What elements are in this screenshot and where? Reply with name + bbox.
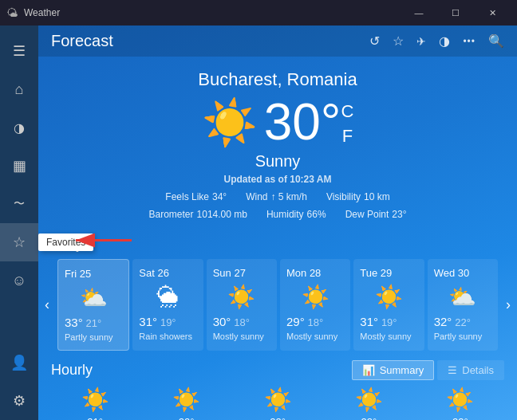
- sidebar-item-menu[interactable]: ☰: [0, 32, 38, 70]
- minimize-button[interactable]: —: [401, 0, 437, 26]
- daily-nav-left[interactable]: ‹: [38, 290, 56, 320]
- forecast-title: Forecast: [51, 32, 369, 50]
- day-temps: 31° 19°: [139, 315, 196, 328]
- hourly-temp: 23°: [416, 416, 504, 420]
- day-high: 32°: [434, 315, 452, 328]
- day-label: Wed 30: [434, 267, 491, 279]
- tab-details-button[interactable]: ☰Details: [437, 360, 504, 380]
- day-label: Sun 27: [213, 267, 270, 279]
- day-icon: ☀️: [213, 284, 270, 310]
- day-temps: 30° 18°: [213, 315, 270, 328]
- window-title: Weather: [24, 7, 401, 18]
- city-name: Bucharest, Romania: [38, 69, 517, 90]
- day-condition: Partly sunny: [65, 332, 122, 342]
- day-card[interactable]: Mon 28 ☀️ 29° 18° Mostly sunny: [280, 259, 350, 351]
- hourly-icons: ☀️ 21° ☀️ 22° ☀️ 22° ☀️ 23° ☀️ 23°: [38, 387, 517, 420]
- window-controls: — ☐ ✕: [401, 0, 511, 26]
- moon-icon[interactable]: ◑: [439, 33, 450, 49]
- day-card[interactable]: Sun 27 ☀️ 30° 18° Mostly sunny: [207, 259, 277, 351]
- wind: Wind ↑ 5 km/h: [246, 191, 307, 202]
- day-high: 31°: [360, 315, 378, 328]
- day-high: 31°: [139, 315, 157, 328]
- day-condition: Mostly sunny: [213, 332, 270, 341]
- day-low: 18°: [234, 316, 250, 328]
- feels-like-value: 34°: [212, 191, 227, 202]
- day-card[interactable]: Fri 25 ⛅ 33° 21° Partly sunny: [57, 259, 129, 351]
- sidebar-item-news[interactable]: ◑: [0, 108, 38, 147]
- sidebar-item-settings[interactable]: ⚙: [0, 382, 38, 420]
- close-button[interactable]: ✕: [474, 0, 511, 26]
- temperature-units: C F: [341, 96, 353, 149]
- titlebar: 🌤 Weather — ☐ ✕: [0, 0, 517, 26]
- humidity-label: Humidity: [266, 209, 304, 220]
- favorites-star-icon: ☆: [13, 234, 26, 251]
- hourly-weather-icon: ☀️: [416, 387, 504, 413]
- unit-fahrenheit: F: [341, 124, 353, 149]
- visibility: Visibility 10 km: [326, 191, 390, 202]
- day-high: 30°: [213, 315, 231, 328]
- home-icon: ⌂: [15, 81, 24, 98]
- weather-app: 🌤 Weather — ☐ ✕ ☰ ⌂ ◑ ▦ 〜: [0, 0, 517, 420]
- header-toolbar: Forecast ↺ ☆ ✈ ◑ ••• 🔍: [38, 26, 517, 57]
- hourly-item: ☀️ 23°: [416, 387, 504, 420]
- refresh-icon[interactable]: ↺: [369, 33, 380, 49]
- hourly-weather-icon: ☀️: [325, 387, 412, 413]
- hourly-temp: 22°: [142, 416, 230, 420]
- hourly-weather-icon: ☀️: [142, 387, 230, 413]
- hourly-weather-icon: ☀️: [51, 387, 139, 413]
- day-label: Tue 29: [360, 267, 417, 279]
- sidebar-item-favorites[interactable]: ☆ Favorites: [0, 223, 38, 261]
- maximize-button[interactable]: ☐: [437, 0, 474, 26]
- sidebar: ☰ ⌂ ◑ ▦ 〜 ☆ Favorites: [0, 26, 38, 420]
- day-temps: 29° 18°: [286, 315, 344, 328]
- sidebar-item-emoji[interactable]: ☺: [0, 261, 38, 300]
- daily-scroll: ‹ Fri 25 ⛅ 33° 21° Partly sunny Sat 26 🌦…: [38, 259, 517, 351]
- day-low: 22°: [455, 316, 471, 328]
- arrow-indicator: [72, 229, 136, 257]
- day-icon: ⛅: [434, 284, 491, 310]
- day-icon: 🌦: [139, 284, 196, 310]
- settings-icon: ⚙: [13, 392, 26, 410]
- day-condition: Partly sunny: [434, 332, 491, 341]
- day-low: 19°: [381, 316, 397, 328]
- day-condition: Rain showers: [139, 332, 196, 341]
- main-layout: ☰ ⌂ ◑ ▦ 〜 ☆ Favorites: [0, 26, 517, 420]
- pin-icon[interactable]: ✈: [416, 35, 426, 48]
- sidebar-item-user[interactable]: 👤: [0, 343, 38, 382]
- feels-like: Feels Like 34°: [165, 191, 227, 202]
- weather-condition: Sunny: [38, 152, 517, 171]
- sidebar-item-maps[interactable]: 〜: [0, 185, 38, 223]
- emoji-icon: ☺: [12, 273, 26, 289]
- weather-details: Feels Like 34° Wind ↑ 5 km/h Visibility …: [38, 191, 517, 202]
- hourly-tabs: 📊Summary☰Details: [352, 360, 504, 380]
- hourly-temp: 21°: [51, 416, 139, 420]
- more-icon[interactable]: •••: [463, 36, 476, 47]
- visibility-label: Visibility: [326, 191, 361, 202]
- day-card[interactable]: Sat 26 🌦 31° 19° Rain showers: [132, 259, 203, 351]
- daily-nav-right[interactable]: ›: [499, 290, 517, 320]
- day-temps: 33° 21°: [65, 316, 122, 329]
- day-high: 29°: [286, 315, 305, 328]
- sidebar-item-historical[interactable]: ▦: [0, 147, 38, 185]
- day-icon: ☀️: [360, 284, 417, 310]
- hourly-item: ☀️ 22°: [234, 387, 322, 420]
- search-icon[interactable]: 🔍: [488, 33, 504, 49]
- hourly-item: ☀️ 21°: [51, 387, 139, 420]
- visibility-value: 10 km: [364, 191, 390, 202]
- day-label: Mon 28: [286, 267, 344, 279]
- main-content: Forecast ↺ ☆ ✈ ◑ ••• 🔍 Bucharest, Romani…: [38, 26, 517, 420]
- day-icon: ⛅: [65, 285, 122, 311]
- barometer: Barometer 1014.00 mb: [149, 209, 247, 220]
- maps-icon: 〜: [14, 197, 25, 211]
- tab-summary-button[interactable]: 📊Summary: [352, 360, 435, 380]
- day-card[interactable]: Wed 30 ⛅ 32° 22° Partly sunny: [428, 259, 498, 351]
- day-low: 18°: [308, 316, 324, 328]
- sidebar-item-home[interactable]: ⌂: [0, 70, 38, 108]
- current-weather-icon: ☀️: [202, 100, 258, 145]
- menu-icon: ☰: [13, 42, 26, 60]
- wind-value: ↑ 5 km/h: [271, 191, 307, 202]
- favorite-icon[interactable]: ☆: [393, 33, 404, 49]
- updated-time: Updated as of 10:23 AM: [38, 174, 517, 185]
- day-card[interactable]: Tue 29 ☀️ 31° 19° Mostly sunny: [353, 259, 424, 351]
- barometer-label: Barometer: [149, 209, 194, 220]
